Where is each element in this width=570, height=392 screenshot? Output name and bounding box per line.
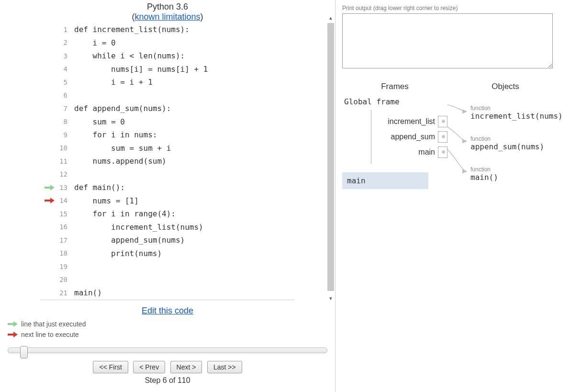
code-line: 3 while i < len(nums): xyxy=(41,49,294,63)
code-line: 4 nums[i] = nums[i] + 1 xyxy=(41,63,294,76)
code-line: 14 nums = [1] xyxy=(41,194,294,208)
next-line-label: next line to execute xyxy=(21,331,79,338)
code-text: main() xyxy=(74,288,102,297)
line-number: 6 xyxy=(55,91,67,99)
step-controls: << First < Prev Next > Last >> xyxy=(5,361,330,373)
known-limitations-link[interactable]: known limitations xyxy=(134,12,200,22)
line-number: 18 xyxy=(55,249,67,257)
next-line-arrow-icon xyxy=(8,332,18,337)
scroll-thumb[interactable] xyxy=(327,23,334,291)
line-number: 8 xyxy=(55,118,67,125)
code-line: 21main() xyxy=(41,286,294,300)
frame-var-pointer xyxy=(438,146,447,158)
frame-var-row: main xyxy=(371,145,447,160)
object-signature: main() xyxy=(470,173,498,182)
first-button[interactable]: << First xyxy=(93,361,128,373)
code-line: 12 xyxy=(41,168,294,181)
code-line: 8 sum = 0 xyxy=(41,115,294,129)
code-line: 10 sum = sum + i xyxy=(41,142,294,155)
objects-column: functionincrement_list(nums)functionappe… xyxy=(447,97,563,189)
just-executed-label: line that just executed xyxy=(21,320,86,328)
code-text: for i in range(4): xyxy=(74,209,176,218)
language-label: Python 3.6 xyxy=(147,2,188,11)
next-button[interactable]: Next > xyxy=(170,361,202,373)
step-indicator: Step 6 of 110 xyxy=(5,376,330,385)
edit-code-link[interactable]: Edit this code xyxy=(5,306,330,316)
code-line: 13def main(): xyxy=(41,181,294,194)
line-number: 11 xyxy=(55,157,67,165)
frames-col-header: Frames xyxy=(342,82,447,91)
next-line-arrow-icon xyxy=(45,198,55,203)
scroll-down-icon[interactable]: ▼ xyxy=(328,296,333,301)
frame-var-pointer xyxy=(438,116,447,127)
frame-var-name: increment_list xyxy=(388,117,438,126)
line-number: 16 xyxy=(55,223,67,231)
arrow-legend: line that just executed next line to exe… xyxy=(8,319,330,340)
code-text: append_sum(nums) xyxy=(74,235,185,245)
last-button[interactable]: Last >> xyxy=(207,361,242,373)
frame-var-row: append_sum xyxy=(371,129,447,145)
line-number: 9 xyxy=(55,131,67,139)
code-text: for i in nums: xyxy=(74,130,157,139)
global-frame: increment_listappend_summain xyxy=(371,110,447,164)
code-text: nums.append(sum) xyxy=(74,157,167,166)
code-line: 7def append_sum(nums): xyxy=(41,102,294,115)
heap-object: functionmain() xyxy=(470,166,498,182)
frame-var-pointer xyxy=(438,131,447,143)
line-number: 21 xyxy=(55,289,67,297)
code-scrollbar[interactable]: ▲ ▼ xyxy=(327,14,335,302)
line-number: 17 xyxy=(55,236,67,244)
code-line: 20 xyxy=(41,273,294,287)
line-number: 7 xyxy=(55,105,67,112)
prev-button[interactable]: < Prev xyxy=(133,361,165,373)
print-output-box[interactable] xyxy=(342,13,553,68)
slider-handle[interactable] xyxy=(20,346,28,358)
frame-var-row: increment_list xyxy=(371,114,447,129)
frames-objects-header: Frames Objects xyxy=(342,82,563,91)
code-line: 9 for i in nums: xyxy=(41,128,294,142)
step-slider[interactable] xyxy=(8,347,327,357)
code-line: 1def increment_list(nums): xyxy=(41,23,294,36)
line-number: 15 xyxy=(55,210,67,218)
global-frame-title: Global frame xyxy=(344,97,447,106)
code-listing: 1def increment_list(nums):2 i = 03 while… xyxy=(41,23,294,300)
line-number: 20 xyxy=(55,276,67,283)
code-line: 2 i = 0 xyxy=(41,36,294,50)
object-type-label: function xyxy=(470,105,563,112)
code-line: 19 xyxy=(41,260,294,273)
slider-track[interactable] xyxy=(8,347,327,353)
line-number: 10 xyxy=(55,144,67,152)
code-line: 11 nums.append(sum) xyxy=(41,155,294,168)
code-text: sum = sum + i xyxy=(74,144,171,153)
scroll-up-icon[interactable]: ▲ xyxy=(328,15,333,20)
frames-column: Global frame increment_listappend_summai… xyxy=(342,97,447,189)
frame-var-name: main xyxy=(418,148,438,157)
code-text: def append_sum(nums): xyxy=(74,104,171,113)
object-signature: append_sum(nums) xyxy=(470,142,544,151)
code-text: sum = 0 xyxy=(74,117,125,126)
code-text: i = 0 xyxy=(74,38,116,47)
code-header: Python 3.6 (known limitations) xyxy=(5,2,330,22)
line-number: 5 xyxy=(55,78,67,86)
just-executed-arrow-icon xyxy=(8,321,18,327)
code-text: def main(): xyxy=(74,183,125,192)
code-text: print(nums) xyxy=(74,249,162,258)
just-executed-arrow-icon xyxy=(45,185,55,190)
line-number: 19 xyxy=(55,263,67,270)
frame-var-name: append_sum xyxy=(391,133,438,141)
code-line: 6 xyxy=(41,89,294,102)
code-line: 15 for i in range(4): xyxy=(41,207,294,221)
line-number: 13 xyxy=(55,184,67,191)
object-type-label: function xyxy=(470,135,544,142)
code-text: while i < len(nums): xyxy=(74,51,185,60)
line-number: 12 xyxy=(55,170,67,178)
object-type-label: function xyxy=(470,166,498,173)
code-text: def increment_list(nums): xyxy=(74,25,190,34)
call-frame-main: main xyxy=(342,172,428,189)
line-number: 2 xyxy=(55,39,67,46)
code-text: nums = [1] xyxy=(74,196,139,205)
code-line: 17 append_sum(nums) xyxy=(41,234,294,247)
output-label: Print output (drag lower right corner to… xyxy=(342,5,563,11)
heap-object: functionappend_sum(nums) xyxy=(470,135,544,151)
code-line: 18 print(nums) xyxy=(41,247,294,260)
